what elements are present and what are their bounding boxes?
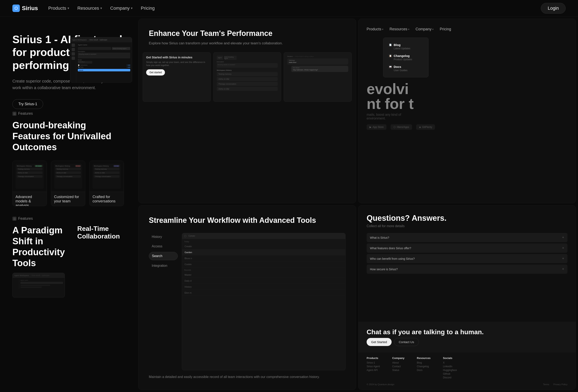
panel-nav-products[interactable]: Products ▾ [367, 27, 383, 31]
footer-col-products: Products Sirius-1 Sirius Agent Agent API [367, 356, 380, 380]
footer-link-about[interactable]: About [392, 361, 404, 364]
faq-item-4[interactable]: How secure is Sirius? + [367, 264, 568, 274]
chat-get-started-button[interactable]: Get Started [367, 338, 392, 346]
enhance-card-desc-1: Simply sign up, set up your team, and se… [146, 61, 207, 67]
footer-link-sirius1[interactable]: Sirius-1 [367, 361, 380, 364]
chat-contact-button[interactable]: Contact Us [394, 338, 419, 346]
logo-appstore: ▶ App Store [367, 124, 386, 130]
panel-hero-desc: mails, boost any kind ofenvironment. [367, 113, 568, 120]
nav-item-resources[interactable]: Resources ▾ [77, 5, 102, 11]
dropdown-docs[interactable]: 📖 Docs User Guides [387, 63, 425, 74]
nav-links: Products ▾ Resources ▾ Company ▾ Pricing [48, 5, 155, 11]
resources-dropdown: 📄 Blog Latest Updates 📋 Changelog Produc… [383, 38, 429, 77]
chat-actions: Get Started Contact Us [367, 338, 568, 346]
convo-item-8[interactable]: Elon m [182, 290, 345, 296]
logo[interactable]: ⬡ Sirius [12, 4, 38, 12]
tool-content: ◯ Conver Today Creatin Garden Bluxx n Co… [182, 233, 345, 370]
faq-expand-4-icon: + [562, 267, 564, 271]
convo-item-6[interactable]: Daily d [182, 278, 345, 284]
get-started-button[interactable]: Get started [146, 69, 165, 76]
footer-link-changelog[interactable]: Changelog [417, 365, 431, 368]
faq-item-3[interactable]: Who can benefit from using Sirius? + [367, 254, 568, 263]
paradigm-content: A Paradigm Shift in Productivity Tools A… [12, 225, 124, 297]
nav-item-company[interactable]: Company ▾ [110, 5, 133, 11]
footer-privacy[interactable]: Privacy Policy [553, 383, 568, 386]
panel-hero-big-text: evolvi [367, 82, 568, 96]
tool-search[interactable]: Search [149, 252, 178, 260]
logo-text: Sirius [22, 5, 38, 11]
footer-link-huggingface[interactable]: Huggingface [443, 369, 457, 372]
convo-item-1[interactable]: Creatin [182, 243, 345, 249]
right-panels: Enhance Your Team's Performance Explore … [136, 16, 578, 392]
tool-integration[interactable]: Integration [149, 262, 178, 270]
enhance-card-title-1: Get Started with Sirius in minutes [146, 56, 207, 59]
products-chevron-icon: ▾ [67, 6, 69, 10]
changelog-icon: 📋 [389, 54, 392, 58]
footer-col-resources: Resources Blog Changelog Docs [417, 356, 431, 380]
dropdown-changelog-title: 📋 Changelog [389, 54, 423, 58]
panel-resources-chevron-icon: ▾ [408, 28, 409, 31]
paradigm-right: Real-Time Collaboration [77, 225, 124, 240]
panel-nav-company[interactable]: Company ▾ [416, 27, 434, 31]
panel-enhance-desc: Explore how Sirius can transform your wo… [149, 41, 345, 46]
faq-expand-3-icon: + [562, 257, 564, 261]
nav-item-products[interactable]: Products ▾ [48, 5, 69, 11]
chat-bubble-1: Salimaan Hello Elor! [287, 58, 348, 65]
realtime-title: Real-Time Collaboration [77, 225, 124, 240]
footer-links: Products Sirius-1 Sirius Agent Agent API… [367, 356, 568, 380]
mockup-body: Agent name Select Existing Agent Descrip… [70, 42, 132, 82]
faq-item-2[interactable]: What features does Sirius offer? + [367, 243, 568, 253]
footer-col-company: Company About Contact Status [392, 356, 404, 380]
convo-item-4[interactable]: Cookin [182, 261, 345, 267]
footer-col-products-title: Products [367, 356, 380, 360]
login-button[interactable]: Login [541, 3, 566, 14]
hero-area: Sirius 1 - AI finetuned for productivity… [0, 16, 136, 103]
footer-link-siriusagent[interactable]: Sirius Agent [367, 365, 380, 368]
features-cards: Workspace History AI model Testing memor… [12, 161, 124, 206]
panel-streamline: Streamline Your Workflow with Advanced T… [138, 205, 356, 390]
footer-link-agentapi[interactable]: Agent API [367, 369, 380, 372]
tool-access[interactable]: Access [149, 242, 178, 250]
tool-history[interactable]: History [149, 233, 178, 241]
enhance-card-chat: Situation — Show inside is being a statu… [284, 52, 352, 102]
left-content: Sirius 1 - AI finetuned for productivity… [0, 16, 136, 392]
chat-bubble-2: Elor Musk Hey Salimaan, Whats happening? [291, 66, 348, 72]
try-button[interactable]: Try Sirius-1 [12, 99, 43, 109]
footer-legal-links: Terms Privacy Policy [543, 383, 568, 386]
convo-item-2[interactable]: Garden [182, 249, 345, 256]
panel-faq-top: Questions? Answers. Collect all for more… [358, 206, 576, 322]
footer-link-x[interactable]: X [443, 361, 457, 364]
panel-nav-pricing[interactable]: Pricing [440, 27, 451, 31]
panel-hero-big-text-2: nt for t [367, 96, 568, 111]
footer-link-discord[interactable]: Discord [443, 376, 457, 379]
dropdown-changelog[interactable]: 📋 Changelog Product Updates [387, 52, 425, 63]
company-chevron-icon: ▾ [131, 6, 133, 10]
panel-enhance-title: Enhance Your Team's Performance [149, 29, 345, 38]
panel-nav-resources[interactable]: Resources ▾ [389, 27, 409, 31]
nav-item-pricing[interactable]: Pricing [141, 5, 155, 11]
main-content: Sirius 1 - AI finetuned for productivity… [0, 16, 578, 392]
footer-terms[interactable]: Terms [543, 383, 549, 386]
faq-expand-1-icon: + [562, 235, 564, 240]
footer-link-docs[interactable]: Docs [417, 369, 431, 372]
panel-resources: Products ▾ Resources ▾ Company ▾ Pricing [358, 19, 576, 203]
convo-item-5[interactable]: Master [182, 272, 345, 278]
history-item-1: Testing memory [217, 72, 278, 76]
feature-card-1: Workspace History AI model Testing memor… [12, 161, 47, 206]
footer-link-github[interactable]: Github [443, 372, 457, 375]
footer-link-blog[interactable]: Blog [417, 361, 431, 364]
convo-item-3[interactable]: Bluxx n [182, 256, 345, 261]
convo-bar: ◯ Conver [182, 233, 345, 239]
footer-link-status[interactable]: Status [392, 369, 404, 372]
feature-card-3-title: Crafted for conversations [90, 192, 124, 206]
feature-card-2-title: Customized for your team [51, 192, 85, 206]
footer-link-contact[interactable]: Contact [392, 365, 404, 368]
faq-item-1[interactable]: What is Sirius? + [367, 233, 568, 242]
dropdown-blog[interactable]: 📄 Blog Latest Updates [387, 41, 425, 52]
dropdown-blog-desc: Latest Updates [389, 47, 423, 50]
footer-link-linkedin[interactable]: LinkedIn [443, 365, 457, 368]
enhance-card-history: Agent Select Existing Agent Description … [213, 52, 281, 102]
convo-item-7[interactable]: History [182, 284, 345, 290]
agent-mockup: Agent Workspace · One result · Salimaan … [12, 273, 65, 298]
blog-icon: 📄 [389, 43, 392, 47]
